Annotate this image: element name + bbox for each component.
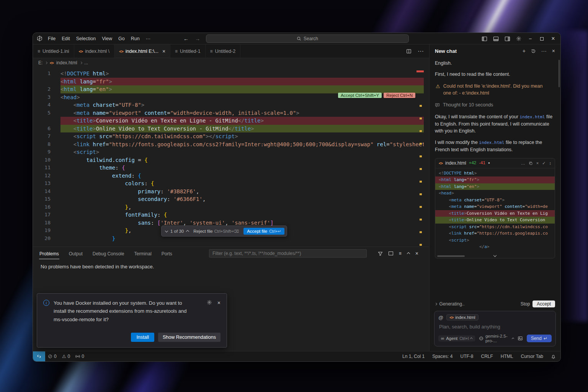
reject-change-button[interactable]: Reject Ctrl+N [384,93,415,98]
chat-thought[interactable]: Thought for 10 seconds [435,101,555,109]
minimize-icon[interactable]: − [524,33,536,44]
breadcrumb-drive[interactable]: E: [38,60,42,65]
back-icon[interactable]: ← [183,36,189,42]
diff-card-filename[interactable]: index.html [445,160,466,167]
code-line[interactable]: <html lang="fr"> [33,78,424,86]
errors-indicator[interactable]: 0 [45,354,59,359]
tab-untitled-1-ini[interactable]: ≡Untitled-1.ini [33,44,74,58]
remote-indicator[interactable] [33,351,45,361]
accept-change-button[interactable]: Accept Ctrl+Shift+Y [338,93,382,98]
cursor-position[interactable]: Ln 1, Col 1 [402,354,425,359]
mention-icon[interactable]: @ [438,315,443,320]
menu-selection[interactable]: Selection [73,35,99,42]
code-line[interactable]: 14 primary: '#3B82F6', [33,188,424,196]
group-by-icon[interactable] [389,252,393,255]
code-line[interactable]: 12 extend: { [33,172,424,180]
chat-composer[interactable]: @ <> index.html Plan, search, build anyt… [434,311,556,346]
composer-placeholder[interactable]: Plan, search, build anything [439,324,551,330]
close-icon[interactable]: × [536,160,539,167]
code-line[interactable]: 11 theme: { [33,164,424,172]
reject-file-button[interactable]: Reject fileCtrl+Shift+⌫ [193,229,239,234]
toggle-panel-icon[interactable] [490,33,501,44]
tab-index-html-e-[interactable]: <>index.html E:\...× [114,44,170,58]
search-input[interactable]: Search [206,34,409,43]
new-chat-icon[interactable]: + [523,48,526,54]
problems-filter-input[interactable]: Filter (e.g. text, **/*.ts, !**/node_mod… [209,249,367,258]
menu-[interactable]: ··· [143,35,154,42]
view-as-list-icon[interactable]: ≡ [399,251,402,256]
code-line[interactable]: 10 tailwind.config = { [33,156,424,164]
panel-tab-output[interactable]: Output [69,248,83,259]
breadcrumb-file[interactable]: index.html [56,60,77,65]
maximize-panel-icon[interactable] [407,252,410,255]
chevron-down-icon[interactable] [165,229,168,232]
menu-file[interactable]: File [45,35,59,42]
breadcrumb[interactable]: E: <> index.html ... [33,58,429,67]
code-line[interactable]: 4 <meta charset="UTF-8"> [33,101,424,109]
panel-tab-debug-console[interactable]: Debug Console [92,248,125,259]
agent-mode-selector[interactable]: ∞ Agent Ctrl+I [438,335,475,341]
stop-button[interactable]: Stop [521,301,530,307]
notification-settings-gear-icon[interactable] [207,300,212,305]
chat-scrollbar[interactable] [559,60,560,87]
warnings-indicator[interactable]: ⚠ 0 [59,354,73,359]
code-line[interactable]: 8 <link href="https://fonts.googleapis.c… [33,140,424,149]
accept-all-button[interactable]: Accept [532,301,555,307]
settings-gear-icon[interactable] [513,33,524,44]
ports-indicator[interactable]: 0 [73,354,87,359]
expand-card-chevron[interactable] [494,252,496,258]
copy-icon[interactable] [529,161,533,165]
code-line[interactable]: 2<html lang="en"> [33,85,424,93]
history-icon[interactable] [531,49,536,54]
expand-icon[interactable]: ↕ [549,160,552,167]
code-line[interactable]: 1<!DOCTYPE html> [33,70,424,78]
toggle-sidebar-icon[interactable] [479,33,490,44]
split-editor-icon[interactable] [406,49,412,54]
diff-code-card[interactable]: <> index.html +42 -41 ● … × [435,158,555,258]
filter-funnel-icon[interactable] [378,251,383,256]
tab-index-html-[interactable]: <>index.html \ [74,44,115,58]
horizontal-scrollbar[interactable] [437,255,465,257]
close-chat-icon[interactable]: × [552,48,555,54]
close-icon[interactable]: × [547,33,559,44]
check-icon[interactable]: ✓ [542,160,546,167]
breadcrumb-more[interactable]: ... [84,60,88,65]
code-line[interactable]: 16 }, [33,203,424,211]
code-line[interactable]: 5 <meta name="viewport" content="width=d… [33,109,424,117]
model-selector[interactable]: gemini-2.5-pro-... [479,334,514,343]
code-line[interactable]: 6 <title>Online Video to Text Conversion… [33,125,424,133]
close-tab-icon[interactable]: × [162,48,165,54]
code-line[interactable]: 15 secondary: '#6366F1', [33,195,424,203]
code-line[interactable]: 13 colors: { [33,180,424,188]
tab-untitled-1[interactable]: ≡Untitled-1 [170,44,206,58]
menu-edit[interactable]: Edit [59,35,73,42]
more-icon[interactable]: ··· [541,48,547,54]
language-mode[interactable]: HTML [501,354,513,359]
show-recommendations-button[interactable]: Show Recommendations [158,333,220,342]
install-button[interactable]: Install [131,333,154,342]
attach-image-icon[interactable] [518,336,523,341]
cursor-tab-toggle[interactable]: Cursor Tab [521,354,543,359]
tab-untitled-2[interactable]: ≡Untitled-2 [206,44,241,58]
more-actions-icon[interactable]: ··· [418,48,424,55]
code-line[interactable]: 9 <script> [33,148,424,156]
maximize-icon[interactable] [536,33,547,44]
chevron-up-icon[interactable] [186,230,189,233]
code-line[interactable]: <title>Conversion Vidéo en Texte en Lign… [33,117,424,125]
eol-sequence[interactable]: CRLF [481,354,493,359]
code-editor[interactable]: 1<!DOCTYPE html><html lang="fr">2<html l… [33,67,429,247]
forward-icon[interactable]: → [195,36,200,42]
indentation[interactable]: Spaces: 4 [432,354,452,359]
close-notification-icon[interactable]: × [217,300,220,306]
code-line[interactable]: 17 fontFamily: { [33,211,424,219]
panel-tab-terminal[interactable]: Terminal [134,248,152,259]
panel-tab-problems[interactable]: Problems [39,248,59,259]
encoding[interactable]: UTF-8 [461,354,474,359]
accept-file-button[interactable]: Accept fileCtrl+↵ [243,228,284,235]
notifications-bell-icon[interactable] [551,354,556,359]
toggle-secondary-sidebar-icon[interactable] [501,33,513,44]
code-line[interactable]: 7 <script src="https://cdn.tailwindcss.c… [33,132,424,140]
panel-tab-ports[interactable]: Ports [161,248,173,259]
context-file-chip[interactable]: <> index.html [446,314,478,320]
menu-view[interactable]: View [99,35,115,42]
